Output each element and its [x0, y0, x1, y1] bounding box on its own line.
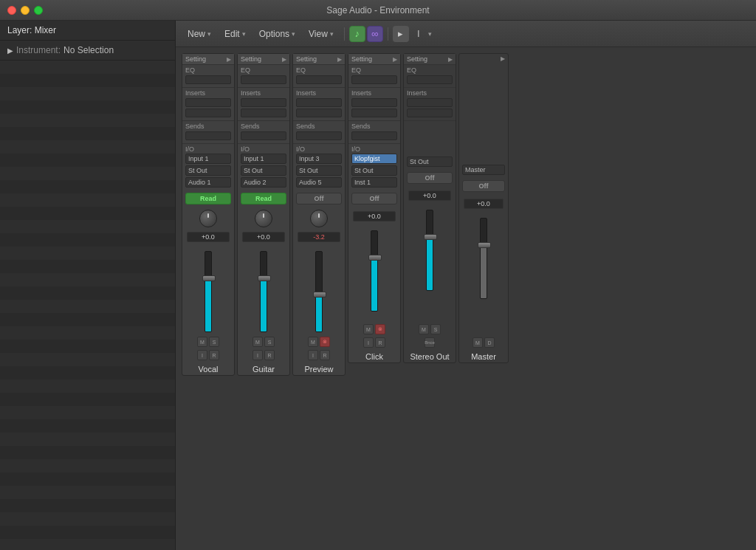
- close-button[interactable]: [7, 6, 16, 15]
- channel-click-input[interactable]: Klopfgist: [351, 154, 397, 164]
- channel-master-automation[interactable]: Off: [462, 180, 505, 192]
- channel-guitar-input[interactable]: Input 1: [241, 154, 286, 164]
- channel-preview-output[interactable]: St Out: [296, 165, 342, 176]
- channel-guitar-send-1[interactable]: [241, 131, 286, 140]
- channel-guitar-track[interactable]: Audio 2: [241, 177, 286, 188]
- channel-vocal-input[interactable]: Input 1: [185, 154, 231, 164]
- channel-vocal-solo[interactable]: S: [209, 337, 219, 347]
- channel-click-inserts-label: Inserts: [351, 89, 397, 97]
- channel-preview-input-btn[interactable]: I: [308, 350, 318, 360]
- channel-preview-automation[interactable]: Off: [296, 193, 342, 204]
- channel-stereo-solo[interactable]: S: [430, 324, 441, 334]
- minimize-button[interactable]: [21, 6, 30, 15]
- channel-click-record-arm[interactable]: ⊗: [375, 324, 385, 334]
- channel-guitar-fader[interactable]: [260, 251, 267, 332]
- channel-preview-insert-1[interactable]: [296, 98, 342, 107]
- channel-preview-input[interactable]: Input 3: [296, 154, 342, 164]
- channel-click-arrow-icon: ▶: [393, 56, 397, 63]
- channel-click-record[interactable]: R: [375, 337, 385, 348]
- channel-vocal-send-1[interactable]: [185, 131, 231, 140]
- channel-guitar-solo[interactable]: S: [264, 337, 275, 347]
- channel-preview-track[interactable]: Audio 5: [296, 177, 342, 188]
- channel-preview-fader[interactable]: [315, 251, 323, 332]
- channel-vocal-record[interactable]: R: [209, 350, 219, 360]
- channel-click-fader[interactable]: [371, 230, 378, 312]
- channel-master-thumb[interactable]: [478, 242, 491, 248]
- channel-preview-inserts: Inserts: [293, 88, 345, 121]
- channel-click-input-btn[interactable]: I: [363, 337, 374, 348]
- channel-stereo-insert-2[interactable]: [407, 109, 453, 117]
- channel-guitar-record[interactable]: R: [264, 350, 275, 360]
- channel-preview-fader-container: [296, 244, 342, 332]
- channel-stereo-fader[interactable]: [426, 210, 433, 291]
- text-tool[interactable]: I: [410, 26, 427, 42]
- channel-guitar-input-btn[interactable]: I: [252, 350, 263, 360]
- channel-stereo-fader-area: +0.0: [404, 186, 456, 323]
- channel-click-output[interactable]: St Out: [351, 165, 397, 176]
- channel-stereo-insert-1[interactable]: [407, 98, 453, 107]
- channel-vocal-mute[interactable]: M: [197, 337, 207, 347]
- pointer-tool[interactable]: ▸: [393, 26, 409, 42]
- channel-vocal-eq-slot[interactable]: [185, 75, 231, 84]
- edit-menu-button[interactable]: Edit ▾: [219, 27, 252, 41]
- channel-guitar-mute[interactable]: M: [252, 337, 263, 347]
- channel-click-eq-slot[interactable]: [351, 75, 397, 84]
- channel-click-send-1[interactable]: [351, 131, 397, 140]
- channel-preview-insert-2[interactable]: [296, 109, 342, 117]
- channel-preview-knob[interactable]: [310, 210, 328, 227]
- channel-preview-thumb[interactable]: [313, 292, 326, 298]
- channel-click-header: Setting ▶: [348, 54, 400, 65]
- channel-vocal-fader[interactable]: [205, 251, 212, 332]
- channel-guitar-name: Guitar: [251, 362, 276, 375]
- midi-icon[interactable]: ♪: [349, 26, 365, 42]
- channel-preview-record-arm[interactable]: ⊗: [320, 337, 330, 347]
- channel-master-fader[interactable]: [480, 218, 487, 299]
- channel-vocal-insert-1[interactable]: [185, 98, 231, 107]
- channel-stereo-automation[interactable]: Off: [407, 172, 453, 184]
- channel-guitar-insert-1[interactable]: [241, 98, 286, 107]
- channel-preview-record[interactable]: R: [320, 350, 330, 360]
- channel-stereo-mute[interactable]: M: [419, 324, 429, 334]
- channel-vocal-automation[interactable]: Read: [185, 193, 231, 204]
- channel-click-insert-2[interactable]: [351, 109, 397, 117]
- options-menu-button[interactable]: Options ▾: [253, 27, 301, 41]
- channel-preview-mute[interactable]: M: [308, 337, 318, 347]
- channel-vocal-track[interactable]: Audio 1: [185, 177, 231, 188]
- channel-click-fader-area: +0.0: [348, 207, 400, 323]
- channel-vocal-insert-2[interactable]: [185, 109, 231, 117]
- maximize-button[interactable]: [34, 6, 43, 15]
- channel-guitar-output[interactable]: St Out: [241, 165, 286, 176]
- channel-guitar-eq-slot[interactable]: [241, 75, 286, 84]
- channel-guitar-thumb[interactable]: [258, 275, 271, 281]
- channel-preview-name: Preview: [303, 362, 334, 375]
- channel-guitar-sends: Sends: [238, 121, 289, 144]
- channel-click-automation[interactable]: Off: [351, 193, 397, 204]
- channel-stereo-bounce[interactable]: Bnce: [425, 337, 435, 348]
- channel-vocal-input-btn[interactable]: I: [197, 350, 207, 360]
- channel-click-insert-1[interactable]: [351, 98, 397, 107]
- channel-guitar-knob[interactable]: [255, 210, 272, 227]
- channel-master-output[interactable]: Master: [462, 165, 505, 175]
- channel-click-thumb[interactable]: [368, 255, 382, 261]
- channel-preview-eq-slot[interactable]: [296, 75, 342, 84]
- channel-guitar-insert-2[interactable]: [241, 109, 286, 117]
- channel-vocal-knob[interactable]: [199, 210, 217, 227]
- new-menu-button[interactable]: New ▾: [182, 27, 217, 41]
- channel-vocal-name: Vocal: [197, 362, 220, 375]
- layer-bar: Layer: Mixer: [0, 21, 175, 41]
- link-icon[interactable]: ∞: [367, 26, 383, 42]
- channel-vocal-output[interactable]: St Out: [185, 165, 231, 176]
- window-title: Sage Audio - Environment: [326, 5, 429, 16]
- channel-click-track[interactable]: Inst 1: [351, 177, 397, 188]
- channel-stereo-thumb[interactable]: [424, 234, 437, 240]
- channel-stereo-eq-slot[interactable]: [407, 75, 453, 84]
- channel-master-dim[interactable]: D: [484, 337, 495, 348]
- channel-master-mute[interactable]: M: [472, 337, 483, 348]
- view-menu-button[interactable]: View ▾: [303, 27, 340, 41]
- channel-stereo-output[interactable]: St Out: [407, 157, 453, 167]
- channel-preview-send-1[interactable]: [296, 131, 342, 140]
- channel-guitar-automation[interactable]: Read: [241, 193, 286, 204]
- channel-vocal-thumb[interactable]: [202, 275, 216, 281]
- channel-click-mute[interactable]: M: [363, 324, 374, 334]
- new-chevron-icon: ▾: [207, 30, 211, 38]
